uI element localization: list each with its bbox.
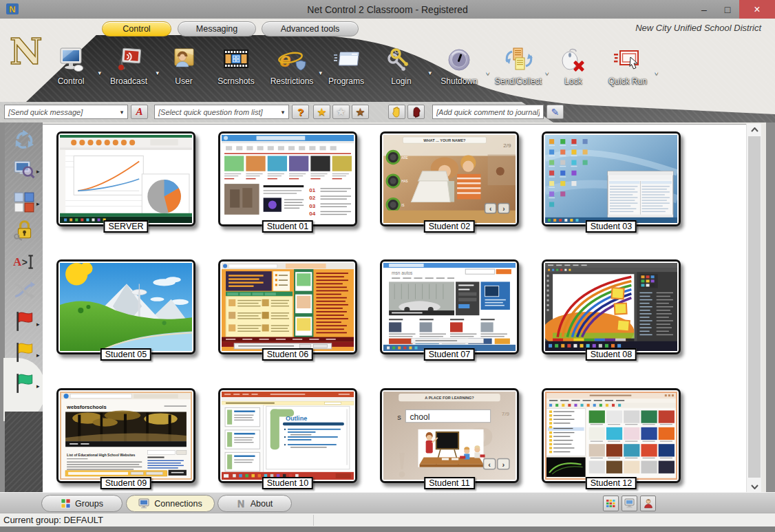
thumbnail-view-button[interactable] xyxy=(603,496,619,511)
client-thumbnail-student10[interactable]: Outline Student 10 xyxy=(218,388,357,483)
connections-icon xyxy=(138,498,150,509)
client-name-label: Student 08 xyxy=(586,348,637,361)
maximize-icon[interactable]: □ xyxy=(716,0,739,19)
svg-text:ARE: ARE xyxy=(401,156,407,160)
question-mark-icon: ? xyxy=(297,106,304,118)
client-thumbnail-student11[interactable]: ? ! A PLACE FOR LEARNING? s chool 7/9 xyxy=(380,388,519,483)
svg-text:N: N xyxy=(9,4,15,14)
tab-connections[interactable]: Connections xyxy=(126,495,215,512)
client-name-label: Student 05 xyxy=(100,348,151,361)
color-grid-icon xyxy=(606,498,616,509)
svg-text:A: A xyxy=(13,255,22,268)
svg-text:01: 01 xyxy=(309,187,315,193)
client-thumbnail-student09[interactable]: websforschools List of Educational High … xyxy=(56,388,195,483)
client-thumbnail-student01[interactable]: 01020304 Student 01 xyxy=(218,131,357,226)
quick-message-combo[interactable]: [Send quick message] ▾ xyxy=(4,105,128,119)
svg-text:chool: chool xyxy=(410,412,429,422)
client-thumbnail-student08[interactable]: Student 08 xyxy=(542,259,681,354)
tab-about[interactable]: N About xyxy=(217,495,292,512)
submenu-arrow-icon: ▸ xyxy=(36,200,40,207)
tab-messaging[interactable]: Messaging xyxy=(178,21,256,36)
tile-view-icon[interactable] xyxy=(13,191,35,213)
refresh-icon[interactable] xyxy=(13,129,35,151)
random-select-icon[interactable] xyxy=(13,279,35,301)
green-flag-icon[interactable] xyxy=(13,372,35,394)
client-thumbnail-student02[interactable]: WHAT ... YOUR NAME? 2/9 ARE HAS xyxy=(380,131,519,226)
screen-preview-landscape xyxy=(60,263,192,351)
question-help-button[interactable]: ? xyxy=(292,105,309,119)
journal-comment-input[interactable] xyxy=(432,105,544,119)
client-name-label: Student 03 xyxy=(586,220,637,233)
message-font-button[interactable]: A xyxy=(131,105,148,119)
tab-groups[interactable]: Groups xyxy=(41,495,123,512)
minimize-icon[interactable]: – xyxy=(692,0,716,19)
screen-preview-excel xyxy=(60,135,192,223)
quick-question-combo[interactable]: [Select quick question from list] ▾ xyxy=(154,105,289,119)
svg-text:msn autos: msn autos xyxy=(392,270,413,275)
red-flag-icon[interactable] xyxy=(13,310,35,332)
svg-text:7/9: 7/9 xyxy=(502,411,510,417)
client-thumbnail-student12[interactable]: Student 12 xyxy=(542,388,681,483)
svg-text:A PLACE FOR LEARNING?: A PLACE FOR LEARNING? xyxy=(425,396,474,400)
remote-desktop-find-icon[interactable] xyxy=(13,159,35,181)
chevron-down-icon[interactable]: ▾ xyxy=(655,70,658,76)
svg-text:Outline: Outline xyxy=(286,415,307,422)
net-control-window: N Net Control 2 Classroom - Registered –… xyxy=(0,0,775,532)
silver-star-button[interactable]: ★ xyxy=(332,105,350,119)
toolbar-lock[interactable]: Lock xyxy=(544,47,602,101)
toolbar-shutdown[interactable]: ▾ Shutdown xyxy=(430,47,488,101)
combo-arrow-icon: ▾ xyxy=(277,109,288,116)
client-thumbnail-student05[interactable]: Student 05 xyxy=(56,259,195,354)
login-keys-icon xyxy=(386,47,416,74)
toolbar-restrictions[interactable]: e ▾ Restrictions xyxy=(263,47,321,101)
toolbar-programs[interactable]: Programs xyxy=(317,47,375,101)
rename-icon[interactable]: A > xyxy=(13,251,35,273)
svg-text:s: s xyxy=(397,413,401,421)
close-icon[interactable]: × xyxy=(739,0,775,19)
raise-hand-button[interactable] xyxy=(388,105,405,119)
scroll-up-icon[interactable] xyxy=(747,124,762,135)
client-thumbnail-student07[interactable]: msn autos xyxy=(380,259,519,354)
client-name-label: Student 01 xyxy=(262,220,313,233)
control-monitor-icon xyxy=(56,47,86,74)
vertical-scrollbar[interactable] xyxy=(746,124,761,492)
client-name-label: SERVER xyxy=(103,220,148,233)
screen-preview-vector-editor xyxy=(545,263,677,351)
gold-star-button[interactable]: ★ xyxy=(313,105,330,119)
nc-logo: N xyxy=(10,30,43,72)
lower-hand-button[interactable] xyxy=(407,105,425,119)
monitor-view-button[interactable] xyxy=(622,496,637,511)
client-name-label: Student 10 xyxy=(262,477,313,489)
silver-star-icon: ★ xyxy=(336,105,346,118)
toolbar-quick-run[interactable]: ▾ Quick Run xyxy=(599,47,657,101)
scrollbar-thumb[interactable] xyxy=(748,136,761,478)
bronze-star-button[interactable]: ★ xyxy=(352,105,369,119)
journal-write-button[interactable]: ✎ xyxy=(546,105,564,119)
bronze-star-icon: ★ xyxy=(355,105,365,118)
toolbar-control[interactable]: ▾ Control xyxy=(42,47,100,101)
toolbar-user[interactable]: User xyxy=(155,47,213,101)
screen-preview-quiz-photo: WHAT ... YOUR NAME? 2/9 ARE HAS xyxy=(383,135,516,223)
toolbar-broadcast[interactable]: ▾ Broadcast xyxy=(100,47,158,101)
lock-unlock-icon[interactable] xyxy=(13,219,35,241)
tab-control[interactable]: Control xyxy=(102,21,171,36)
svg-text:›: › xyxy=(502,460,505,469)
toolbar-login[interactable]: ▾ Login xyxy=(372,47,430,101)
toolbar-scrnshots[interactable]: Scrnshots xyxy=(207,47,265,101)
tab-advanced-tools[interactable]: Advanced tools xyxy=(262,21,359,36)
yellow-flag-icon[interactable] xyxy=(13,341,35,363)
toolbar-send-collect[interactable]: ▾ Send/Collect xyxy=(489,47,547,101)
svg-text:List of Educational High Schoo: List of Educational High School Websites xyxy=(67,453,135,457)
submenu-arrow-icon: ▸ xyxy=(36,352,40,359)
client-thumbnail-student06[interactable]: Student 06 xyxy=(218,259,357,354)
client-name-label: Student 07 xyxy=(424,348,475,361)
client-thumbnail-student03[interactable]: Student 03 xyxy=(542,131,681,226)
client-thumbnail-server[interactable]: SERVER xyxy=(56,131,195,226)
header: N Control Messaging Advanced tools New C… xyxy=(0,19,775,123)
about-n-icon: N xyxy=(237,498,246,509)
user-view-button[interactable] xyxy=(640,496,656,511)
screen-preview-image-browser xyxy=(545,392,677,480)
window-right-border xyxy=(766,123,775,526)
scroll-down-icon[interactable] xyxy=(747,481,762,492)
broadcast-icon xyxy=(114,47,144,74)
